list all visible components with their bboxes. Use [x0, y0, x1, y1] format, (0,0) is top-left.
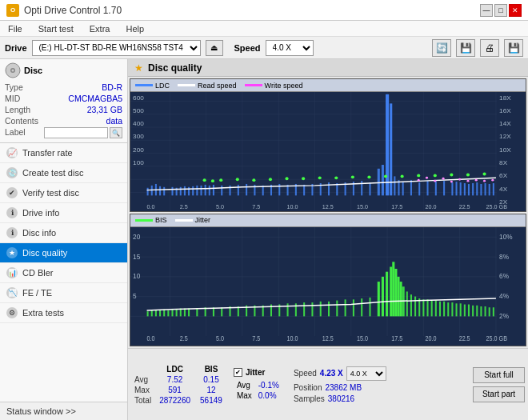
svg-point-112	[285, 177, 288, 180]
svg-rect-200	[345, 299, 346, 316]
drive-select[interactable]: (E:) HL-DT-ST BD-RE WH16NS58 TST4	[32, 40, 201, 56]
nav-fe-te[interactable]: 📉 FE / TE	[0, 283, 127, 303]
eject-button[interactable]: ⏏	[206, 40, 223, 56]
svg-text:25.0 GB: 25.0 GB	[486, 334, 507, 342]
svg-point-108	[219, 178, 222, 182]
total-label: Total	[131, 395, 154, 406]
svg-point-134	[491, 179, 494, 182]
svg-rect-214	[410, 294, 412, 316]
nav-transfer-rate[interactable]: 📈 Transfer rate	[0, 143, 127, 163]
start-part-button[interactable]: Start part	[473, 386, 525, 402]
svg-text:12X: 12X	[499, 134, 511, 141]
menu-help[interactable]: Help	[122, 23, 147, 34]
status-window-button[interactable]: Status window >>	[0, 402, 127, 420]
svg-rect-225	[456, 303, 458, 316]
svg-rect-86	[382, 165, 384, 195]
max-label: Max	[131, 385, 154, 395]
svg-rect-93	[435, 182, 437, 195]
svg-rect-105	[493, 183, 494, 195]
svg-point-124	[482, 173, 486, 176]
svg-text:200: 200	[133, 146, 144, 154]
content-area: ★ Disc quality LDC Read speed Write spee…	[128, 59, 528, 420]
nav-verify-test-disc[interactable]: ✔ Verify test disc	[0, 183, 127, 203]
svg-rect-101	[476, 182, 478, 195]
svg-text:7.5: 7.5	[252, 334, 261, 342]
disc-label-row: Label 🔍	[5, 126, 122, 139]
svg-rect-63	[213, 185, 214, 195]
svg-text:15.0: 15.0	[357, 204, 368, 210]
svg-rect-104	[489, 184, 490, 195]
svg-text:15.0: 15.0	[357, 334, 369, 342]
drive-bar: Drive (E:) HL-DT-ST BD-RE WH16NS58 TST4 …	[0, 37, 528, 59]
nav-extra-tests[interactable]: ⚙ Extra tests	[0, 303, 127, 323]
nav-disc-quality[interactable]: ★ Disc quality	[0, 243, 127, 263]
svg-rect-195	[303, 302, 305, 316]
quality-header-icon: ★	[134, 62, 143, 74]
nav-disc-info[interactable]: ℹ Disc info	[0, 223, 127, 243]
svg-rect-198	[328, 301, 330, 316]
menu-start-test[interactable]: Start test	[35, 23, 77, 34]
menu-bar: File Start test Extra Help	[0, 21, 528, 37]
svg-rect-53	[171, 187, 173, 196]
disc-length-value: 23,31 GB	[87, 105, 122, 114]
menu-extra[interactable]: Extra	[86, 23, 114, 34]
nav-create-test-disc[interactable]: 💿 Create test disc	[0, 163, 127, 183]
svg-rect-232	[485, 306, 486, 316]
svg-text:4X: 4X	[499, 186, 508, 193]
svg-text:10.0: 10.0	[287, 204, 298, 210]
max-jitter: 0.0%	[255, 390, 282, 401]
minimize-button[interactable]: —	[480, 4, 493, 17]
svg-rect-207	[390, 266, 392, 316]
svg-text:8%: 8%	[499, 251, 509, 260]
svg-rect-203	[369, 297, 370, 316]
svg-point-118	[384, 174, 387, 178]
svg-rect-185	[221, 307, 222, 316]
app-title: Opti Drive Control 1.70	[24, 5, 122, 16]
toolbar-btn-1[interactable]: 🔄	[432, 39, 451, 57]
maximize-button[interactable]: □	[494, 4, 507, 17]
svg-point-125	[418, 179, 420, 182]
app-logo: O	[6, 4, 19, 17]
jitter-checkbox[interactable]: ✔	[234, 368, 242, 377]
toolbar-btn-2[interactable]: 💾	[456, 39, 475, 57]
max-jitter-label: Max	[234, 390, 255, 401]
disc-label-label: Label	[5, 127, 26, 138]
svg-point-123	[466, 174, 470, 177]
disc-length-row: Length 23,31 GB	[5, 104, 122, 115]
svg-rect-51	[159, 186, 161, 195]
total-ldc: 2872260	[154, 395, 195, 406]
start-full-button[interactable]: Start full	[473, 367, 525, 383]
window-controls: — □ ✕	[480, 4, 522, 17]
svg-rect-213	[406, 291, 408, 316]
svg-point-128	[442, 178, 445, 180]
quality-header-title: Disc quality	[148, 62, 202, 74]
svg-point-132	[475, 179, 478, 182]
svg-rect-221	[439, 301, 441, 316]
disc-label-input[interactable]	[44, 127, 108, 138]
disc-label-button[interactable]: 🔍	[110, 127, 122, 138]
disc-contents-value: data	[106, 116, 122, 126]
svg-rect-208	[392, 262, 394, 316]
toolbar-btn-3[interactable]: 🖨	[480, 39, 499, 57]
nav-drive-info[interactable]: ℹ Drive info	[0, 203, 127, 223]
nav-cd-bler[interactable]: 📊 CD Bler	[0, 263, 127, 283]
menu-file[interactable]: File	[5, 23, 26, 34]
close-button[interactable]: ✕	[509, 4, 522, 17]
svg-rect-205	[382, 276, 384, 316]
svg-text:2.5: 2.5	[180, 204, 188, 210]
fe-te-icon: 📉	[6, 287, 18, 298]
drive-info-icon: ℹ	[6, 207, 18, 218]
svg-text:17.5: 17.5	[391, 204, 402, 210]
speed-select[interactable]: 4.0 X	[266, 40, 314, 56]
toolbar-btn-4[interactable]: 💾	[504, 39, 523, 57]
svg-rect-102	[480, 184, 482, 195]
transfer-rate-icon: 📈	[6, 147, 18, 158]
svg-rect-234	[493, 307, 494, 316]
svg-text:8X: 8X	[499, 159, 508, 166]
disc-panel-title: Disc	[24, 66, 42, 75]
svg-rect-89	[402, 182, 404, 195]
svg-point-131	[466, 180, 469, 182]
svg-rect-57	[188, 187, 190, 196]
svg-point-109	[236, 178, 239, 181]
speed-dropdown[interactable]: 4.0 X	[346, 366, 386, 381]
